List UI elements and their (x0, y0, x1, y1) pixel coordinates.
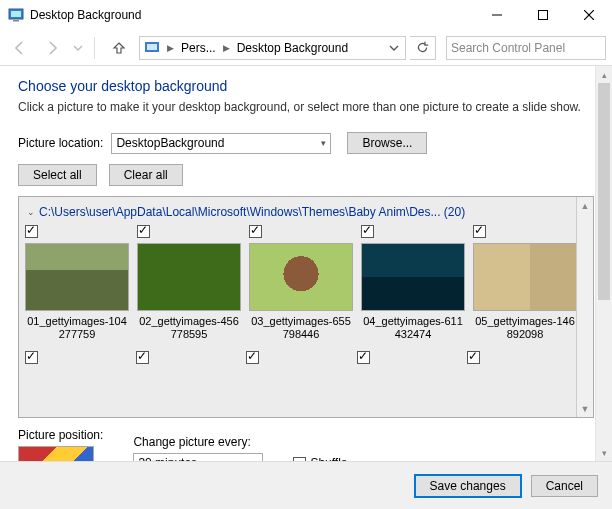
wallpaper-label: 04_gettyimages-611432474 (361, 315, 465, 341)
dialog-footer: Save changes Cancel (0, 461, 612, 509)
wallpaper-label: 01_gettyimages-104277759 (25, 315, 129, 341)
svg-rect-1 (11, 11, 21, 17)
back-button[interactable] (6, 34, 34, 62)
wallpaper-thumbnail[interactable] (361, 243, 465, 311)
expand-icon: ⌄ (27, 207, 35, 217)
browse-button[interactable]: Browse... (347, 132, 427, 154)
wallpaper-checkbox[interactable] (137, 225, 150, 238)
up-button[interactable] (107, 36, 131, 60)
wallpaper-thumbnail[interactable] (25, 243, 129, 311)
picture-location-value: DesktopBackground (116, 136, 315, 150)
separator (94, 37, 95, 59)
titlebar: Desktop Background (0, 0, 612, 30)
cancel-button[interactable]: Cancel (531, 475, 598, 497)
wallpaper-checkbox[interactable] (361, 225, 374, 238)
picture-position-preview (18, 446, 94, 461)
close-button[interactable] (566, 0, 612, 30)
address-bar[interactable]: ▶ Pers... ▶ Desktop Background (139, 36, 406, 60)
wallpaper-checkbox[interactable] (25, 351, 38, 364)
folder-group-header[interactable]: ⌄ C:\Users\user\AppData\Local\Microsoft\… (25, 201, 570, 223)
app-icon (8, 7, 24, 23)
wallpaper-item[interactable]: 01_gettyimages-104277759 (25, 225, 129, 341)
wallpaper-gallery: ⌄ C:\Users\user\AppData\Local\Microsoft\… (18, 196, 594, 418)
page-subtext: Click a picture to make it your desktop … (18, 100, 594, 114)
scrollbar-thumb[interactable] (598, 83, 610, 300)
maximize-button[interactable] (520, 0, 566, 30)
wallpaper-thumbnail[interactable] (473, 243, 576, 311)
nav-toolbar: ▶ Pers... ▶ Desktop Background Search Co… (0, 30, 612, 66)
recent-dropdown[interactable] (70, 34, 86, 62)
scroll-up-icon[interactable]: ▴ (596, 66, 613, 83)
wallpaper-checkbox[interactable] (467, 351, 480, 364)
change-picture-every-label: Change picture every: (133, 435, 263, 449)
wallpaper-thumbnail[interactable] (249, 243, 353, 311)
chevron-right-icon: ▶ (220, 43, 233, 53)
wallpaper-checkbox[interactable] (357, 351, 370, 364)
wallpaper-item[interactable]: 05_gettyimages-146892098 (473, 225, 576, 341)
window-controls (474, 0, 612, 30)
svg-rect-2 (13, 20, 19, 22)
wallpaper-checkbox[interactable] (25, 225, 38, 238)
picture-location-dropdown[interactable]: DesktopBackground ▾ (111, 133, 331, 154)
breadcrumb-desktop-background[interactable]: Desktop Background (235, 41, 350, 55)
wallpaper-label: 05_gettyimages-146892098 (473, 315, 576, 341)
chevron-down-icon: ▾ (315, 138, 326, 148)
scroll-up-icon[interactable]: ▲ (577, 197, 594, 214)
search-input[interactable]: Search Control Panel (446, 36, 606, 60)
page-heading: Choose your desktop background (18, 78, 594, 94)
picture-position-label: Picture position: (18, 428, 103, 442)
change-picture-every-dropdown[interactable]: 30 minutes ▾ (133, 453, 263, 462)
breadcrumb-personalization[interactable]: Pers... (179, 41, 218, 55)
window-title: Desktop Background (30, 8, 474, 22)
select-all-button[interactable]: Select all (18, 164, 97, 186)
wallpaper-item[interactable]: 04_gettyimages-611432474 (361, 225, 465, 341)
scroll-down-icon[interactable]: ▼ (577, 400, 594, 417)
folder-count: (20) (444, 205, 465, 219)
wallpaper-thumbnail[interactable] (137, 243, 241, 311)
wallpaper-checkbox[interactable] (136, 351, 149, 364)
wallpaper-label: 03_gettyimages-655798446 (249, 315, 353, 341)
chevron-right-icon: ▶ (164, 43, 177, 53)
save-changes-button[interactable]: Save changes (415, 475, 521, 497)
wallpaper-label: 02_gettyimages-456778595 (137, 315, 241, 341)
clear-all-button[interactable]: Clear all (109, 164, 183, 186)
scroll-down-icon[interactable]: ▾ (596, 444, 613, 461)
minimize-button[interactable] (474, 0, 520, 30)
wallpaper-item[interactable]: 02_gettyimages-456778595 (137, 225, 241, 341)
search-placeholder: Search Control Panel (451, 41, 565, 55)
gallery-scrollbar[interactable]: ▲ ▼ (576, 197, 593, 417)
wallpaper-checkbox[interactable] (246, 351, 259, 364)
forward-button[interactable] (38, 34, 66, 62)
svg-rect-4 (539, 11, 548, 20)
folder-path: C:\Users\user\AppData\Local\Microsoft\Wi… (39, 205, 440, 219)
picture-location-label: Picture location: (18, 136, 103, 150)
wallpaper-checkbox[interactable] (249, 225, 262, 238)
page-scrollbar[interactable]: ▴ ▾ (595, 66, 612, 461)
control-panel-icon (144, 40, 160, 56)
refresh-button[interactable] (410, 36, 436, 60)
wallpaper-item[interactable]: 03_gettyimages-655798446 (249, 225, 353, 341)
address-dropdown-icon[interactable] (385, 43, 403, 53)
content-area: Choose your desktop background Click a p… (0, 66, 612, 461)
svg-rect-8 (147, 44, 157, 50)
wallpaper-checkbox[interactable] (473, 225, 486, 238)
